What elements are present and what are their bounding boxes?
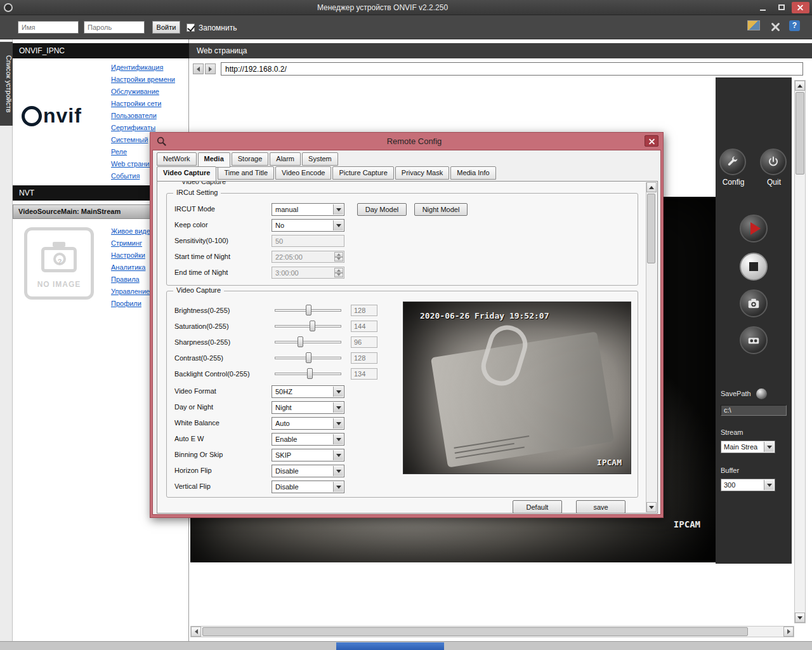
password-input[interactable] <box>84 21 145 34</box>
tab-media[interactable]: Media <box>198 152 230 168</box>
chevron-down-icon[interactable] <box>764 480 774 490</box>
device-list-vertical-tab[interactable]: Список устройств <box>0 42 13 126</box>
tab-alarm[interactable]: Alarm <box>270 152 301 166</box>
config-button[interactable] <box>719 149 746 175</box>
spin-down-icon[interactable] <box>334 257 343 262</box>
subtab-picture-capture[interactable]: Picture Capture <box>332 166 393 180</box>
slider-track[interactable] <box>275 341 341 343</box>
tab-system[interactable]: System <box>302 152 338 166</box>
record-button[interactable] <box>740 326 768 354</box>
chevron-down-icon[interactable] <box>333 387 343 397</box>
day-night-select[interactable]: Night <box>272 401 344 414</box>
sidebar-link-streaming[interactable]: Стриминг <box>111 239 142 247</box>
scroll-up-button[interactable] <box>795 81 805 91</box>
brightness-slider[interactable] <box>275 305 341 316</box>
subtab-video-encode[interactable]: Video Encode <box>275 166 331 180</box>
snapshot-button[interactable] <box>740 289 768 317</box>
minimize-button[interactable] <box>754 2 771 13</box>
slider-thumb[interactable] <box>310 321 315 331</box>
chevron-down-icon[interactable] <box>333 418 343 428</box>
spinner-buttons[interactable] <box>334 268 343 277</box>
dialog-scrollbar[interactable] <box>646 182 657 512</box>
slider-track[interactable] <box>275 325 341 328</box>
sidebar-link-relay[interactable]: Реле <box>111 148 127 156</box>
chevron-down-icon[interactable] <box>333 402 343 413</box>
sidebar-link-users[interactable]: Пользователи <box>111 112 157 119</box>
browser-forward-button[interactable] <box>205 63 216 74</box>
save-button[interactable]: save <box>576 500 625 514</box>
url-input[interactable] <box>221 62 803 76</box>
sidebar-link-certificates[interactable]: Сертификаты <box>111 124 155 131</box>
devices-icon[interactable] <box>747 20 760 30</box>
sidebar-link-profiles[interactable]: Профили <box>111 300 141 307</box>
sidebar-link-time-settings[interactable]: Настройки времени <box>111 76 175 83</box>
remember-checkbox[interactable] <box>187 23 195 32</box>
close-button[interactable] <box>792 2 809 13</box>
dialog-close-button[interactable] <box>645 135 658 147</box>
quit-button[interactable] <box>760 149 787 175</box>
dialog-titlebar[interactable]: Remote Config <box>152 133 661 150</box>
chevron-down-icon[interactable] <box>764 442 774 452</box>
vertical-flip-select[interactable]: Disable <box>272 481 344 493</box>
spin-up-icon[interactable] <box>334 268 343 273</box>
ircut-mode-select[interactable]: manual <box>272 203 344 216</box>
chevron-down-icon[interactable] <box>333 482 343 492</box>
buffer-select[interactable]: 300 <box>721 479 775 491</box>
sidebar-link-system[interactable]: Системный <box>111 136 148 143</box>
white-balance-select[interactable]: Auto <box>272 417 344 430</box>
vertical-scroll-thumb[interactable] <box>796 92 804 175</box>
scroll-down-button[interactable] <box>795 613 805 623</box>
spin-down-icon[interactable] <box>334 273 343 278</box>
night-model-button[interactable]: Night Model <box>414 203 468 216</box>
slider-thumb[interactable] <box>306 305 311 315</box>
subtab-privacy-mask[interactable]: Privacy Mask <box>395 166 449 180</box>
tab-storage[interactable]: Storage <box>232 152 269 166</box>
saturation-slider[interactable] <box>275 321 341 332</box>
binning-skip-select[interactable]: SKIP <box>272 449 344 461</box>
sidebar-link-analytics[interactable]: Аналитика <box>111 263 145 271</box>
horizontal-scroll-thumb[interactable] <box>202 627 748 636</box>
sidebar-link-events[interactable]: События <box>111 172 140 180</box>
stream-select[interactable]: Main Strea <box>721 441 775 453</box>
horizontal-scrollbar[interactable] <box>190 626 794 637</box>
slider-thumb[interactable] <box>298 336 303 347</box>
sidebar-link-network-settings[interactable]: Настройки сети <box>111 100 161 107</box>
subtab-time-and-title[interactable]: Time and Title <box>218 166 274 180</box>
play-button[interactable] <box>740 215 768 242</box>
dialog-scroll-thumb[interactable] <box>647 194 655 263</box>
keep-color-select[interactable]: No <box>272 219 344 232</box>
tab-network[interactable]: NetWork <box>157 152 197 166</box>
auto-ew-select[interactable]: Enable <box>272 433 344 446</box>
backlight-slider[interactable] <box>275 368 341 380</box>
savepath-browse-icon[interactable] <box>756 388 767 399</box>
login-button[interactable]: Войти <box>152 21 180 34</box>
scroll-left-button[interactable] <box>191 627 201 637</box>
contrast-slider[interactable] <box>275 352 341 364</box>
chevron-down-icon[interactable] <box>333 204 343 215</box>
sidebar-link-identification[interactable]: Идентификация <box>111 63 163 71</box>
chevron-down-icon[interactable] <box>333 450 343 460</box>
username-input[interactable] <box>18 21 79 34</box>
sidebar-link-rules[interactable]: Правила <box>111 275 140 283</box>
day-model-button[interactable]: Day Model <box>357 203 407 216</box>
sharpness-slider[interactable] <box>275 336 341 348</box>
taskbar-item[interactable] <box>336 642 444 650</box>
maximize-button[interactable] <box>773 2 790 13</box>
slider-thumb[interactable] <box>306 352 311 363</box>
scroll-down-button[interactable] <box>646 502 657 512</box>
spinner-buttons[interactable] <box>334 252 343 262</box>
horizon-flip-select[interactable]: Disable <box>272 465 344 477</box>
chevron-down-icon[interactable] <box>333 434 343 444</box>
savepath-field[interactable]: c:\ <box>721 405 787 416</box>
help-icon[interactable]: ? <box>789 20 800 31</box>
subtab-video-capture[interactable]: Video Capture <box>157 166 216 182</box>
sidebar-link-live-video[interactable]: Живое видео <box>111 227 154 235</box>
scroll-right-button[interactable] <box>783 627 794 637</box>
sidebar-link-management[interactable]: Управление <box>111 288 150 295</box>
chevron-down-icon[interactable] <box>333 220 343 230</box>
spin-up-icon[interactable] <box>334 252 343 257</box>
stop-button[interactable] <box>740 253 768 281</box>
settings-tools-icon[interactable] <box>769 20 782 33</box>
subtab-media-info[interactable]: Media Info <box>450 166 495 180</box>
scroll-up-button[interactable] <box>646 182 657 192</box>
